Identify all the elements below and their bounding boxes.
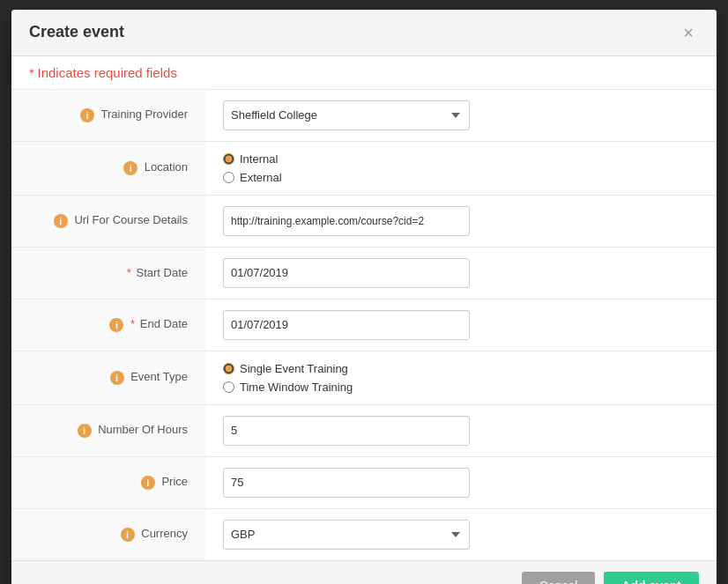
url-input-cell xyxy=(205,195,717,247)
price-row: i Price xyxy=(11,456,717,508)
location-label-cell: i Location xyxy=(11,141,205,195)
location-info-icon: i xyxy=(123,161,137,175)
cancel-button[interactable]: Cancel xyxy=(522,572,596,585)
location-row: i Location Internal xyxy=(11,141,717,195)
location-external-radio[interactable] xyxy=(223,172,234,183)
start-date-input[interactable] xyxy=(223,258,470,288)
location-external-label[interactable]: External xyxy=(223,171,699,184)
required-notice-text: Indicates required fields xyxy=(37,65,176,80)
url-row: i Url For Course Details xyxy=(11,195,717,247)
currency-input-cell: GBP USD EUR xyxy=(205,508,717,560)
end-date-label-cell: i * End Date xyxy=(11,299,205,351)
event-type-window-text: Time Window Training xyxy=(240,381,353,394)
hours-row: i Number Of Hours xyxy=(11,404,717,456)
hours-input[interactable] xyxy=(223,416,470,446)
start-date-label: Start Date xyxy=(136,266,188,279)
location-internal-radio[interactable] xyxy=(223,153,234,165)
location-internal-label[interactable]: Internal xyxy=(223,152,699,166)
close-button[interactable]: × xyxy=(678,22,699,43)
price-label-cell: i Price xyxy=(11,456,205,508)
start-date-row: * Start Date xyxy=(11,247,717,299)
modal-body: * Indicates required fields i Training P… xyxy=(11,56,717,560)
training-provider-info-icon: i xyxy=(80,108,94,122)
event-type-single-label[interactable]: Single Event Training xyxy=(223,362,699,375)
currency-info-icon: i xyxy=(121,528,135,542)
price-input-cell xyxy=(205,456,717,508)
training-provider-select[interactable]: Sheffield College Other Provider xyxy=(223,100,470,130)
url-input[interactable] xyxy=(223,206,470,236)
modal-header: Create event × xyxy=(11,10,717,56)
event-type-info-icon: i xyxy=(110,371,124,385)
price-input[interactable] xyxy=(223,468,470,498)
add-event-button[interactable]: Add event xyxy=(604,572,699,585)
end-date-row: i * End Date xyxy=(11,299,717,351)
event-type-single-radio[interactable] xyxy=(223,363,234,374)
event-type-radio-group: Single Event Training Time Window Traini… xyxy=(223,362,699,394)
location-label: Location xyxy=(145,160,188,174)
event-type-label: Event Type xyxy=(130,370,188,383)
location-input-cell: Internal External xyxy=(205,141,717,195)
training-provider-input-cell: Sheffield College Other Provider xyxy=(205,90,717,142)
url-info-icon: i xyxy=(54,214,68,228)
location-external-text: External xyxy=(240,171,282,184)
training-provider-row: i Training Provider Sheffield College Ot… xyxy=(11,90,717,142)
training-provider-label-cell: i Training Provider xyxy=(11,90,205,142)
event-type-window-label[interactable]: Time Window Training xyxy=(223,381,699,394)
event-type-window-radio[interactable] xyxy=(223,381,234,393)
hours-label-cell: i Number Of Hours xyxy=(11,404,205,456)
currency-row: i Currency GBP USD EUR xyxy=(11,508,717,560)
event-type-label-cell: i Event Type xyxy=(11,351,205,404)
price-label: Price xyxy=(161,475,188,488)
currency-select[interactable]: GBP USD EUR xyxy=(223,520,470,550)
required-notice: * Indicates required fields xyxy=(11,56,717,90)
event-type-row: i Event Type Single Event Training xyxy=(11,351,717,404)
end-date-label: End Date xyxy=(140,317,188,330)
location-internal-text: Internal xyxy=(240,152,278,166)
form-table: i Training Provider Sheffield College Ot… xyxy=(11,90,717,560)
hours-input-cell xyxy=(205,404,717,456)
price-info-icon: i xyxy=(141,476,155,490)
location-radio-group: Internal External xyxy=(223,152,699,184)
start-date-input-cell xyxy=(205,247,717,299)
end-date-input[interactable] xyxy=(223,310,470,340)
end-date-info-icon: i xyxy=(109,318,123,332)
required-star: * xyxy=(29,65,34,80)
url-label: Url For Course Details xyxy=(74,213,188,226)
end-date-required-star: * xyxy=(130,317,135,330)
hours-label: Number Of Hours xyxy=(98,423,188,436)
start-date-label-cell: * Start Date xyxy=(11,247,205,299)
modal-title: Create event xyxy=(29,23,124,41)
end-date-input-cell xyxy=(205,299,717,351)
start-date-required-star: * xyxy=(127,266,131,279)
create-event-modal: Create event × * Indicates required fiel… xyxy=(11,10,717,585)
hours-info-icon: i xyxy=(78,424,92,438)
url-label-cell: i Url For Course Details xyxy=(11,195,205,247)
event-type-single-text: Single Event Training xyxy=(240,362,348,375)
currency-label: Currency xyxy=(141,527,188,540)
event-type-input-cell: Single Event Training Time Window Traini… xyxy=(205,351,717,404)
modal-footer: Cancel Add event xyxy=(11,560,717,585)
currency-label-cell: i Currency xyxy=(11,508,205,560)
training-provider-label: Training Provider xyxy=(100,107,188,121)
